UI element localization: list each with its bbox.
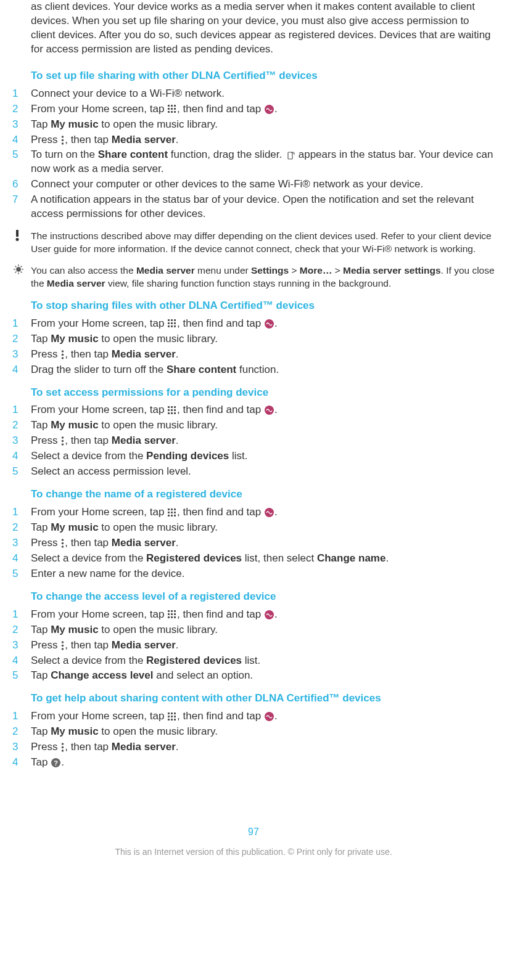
tip-note: You can also access the Media server men… (12, 264, 495, 290)
walkman-icon (265, 508, 274, 517)
step-item: 4Tap ?. (12, 756, 495, 770)
svg-rect-6 (168, 111, 170, 113)
svg-rect-30 (174, 322, 176, 324)
svg-line-21 (15, 266, 17, 267)
svg-rect-41 (168, 409, 170, 411)
menu-icon (61, 641, 64, 650)
svg-rect-13 (288, 152, 292, 159)
svg-line-22 (21, 271, 22, 272)
svg-rect-45 (171, 412, 173, 414)
step-text: Connect your computer or other devices t… (31, 178, 495, 192)
step-text: Press , then tap Media server. (31, 348, 495, 362)
step-text: From your Home screen, tap , then find a… (31, 709, 495, 724)
apps-icon (168, 610, 176, 619)
svg-rect-56 (174, 512, 176, 513)
svg-rect-52 (171, 508, 173, 510)
svg-point-62 (62, 542, 64, 545)
apps-icon (168, 105, 176, 113)
step-number: 2 (12, 623, 31, 637)
section-heading: To change the access level of a register… (31, 590, 495, 604)
step-number: 3 (12, 434, 31, 448)
step-item: 2From your Home screen, tap , then find … (12, 102, 495, 116)
svg-rect-3 (168, 108, 170, 110)
svg-point-61 (62, 539, 64, 541)
svg-point-12 (62, 142, 64, 145)
svg-point-16 (17, 267, 20, 271)
step-text: Enter a new name for the device. (31, 567, 495, 581)
step-number: 4 (12, 133, 31, 147)
step-item: 7A notification appears in the status ba… (12, 193, 495, 221)
note-text: You can also access the Media server men… (31, 264, 495, 290)
step-text: Select a device from the Registered devi… (31, 654, 495, 668)
svg-rect-58 (171, 515, 173, 517)
walkman-icon (265, 105, 274, 114)
step-text: Press , then tap Media server. (31, 740, 495, 754)
svg-rect-77 (168, 713, 170, 714)
svg-rect-7 (171, 111, 173, 113)
step-item: 5Select an access permission level. (12, 465, 495, 479)
svg-point-75 (62, 644, 64, 647)
step-number: 4 (12, 654, 31, 668)
step-number: 3 (12, 740, 31, 754)
step-item: 3Tap My music to open the music library. (12, 118, 495, 132)
step-text: Press , then tap Media server. (31, 536, 495, 550)
step-number: 3 (12, 639, 31, 653)
svg-point-36 (62, 353, 64, 356)
step-item: 4Select a device from the Registered dev… (12, 552, 495, 566)
menu-icon (61, 136, 64, 145)
step-text: Drag the slider to turn off the Share co… (31, 363, 495, 377)
step-item: 2Tap My music to open the music library. (12, 725, 495, 739)
step-item: 1From your Home screen, tap , then find … (12, 403, 495, 417)
step-item: 1From your Home screen, tap , then find … (12, 608, 495, 622)
svg-rect-78 (171, 713, 173, 714)
apps-icon (168, 508, 176, 517)
apps-icon (168, 406, 176, 415)
section-heading: To stop sharing files with other DLNA Ce… (31, 299, 495, 313)
svg-point-76 (62, 648, 64, 650)
step-number: 5 (12, 148, 31, 162)
walkman-icon (265, 610, 274, 619)
svg-rect-0 (168, 105, 170, 107)
svg-point-63 (62, 545, 64, 548)
svg-rect-64 (168, 610, 170, 612)
step-text: A notification appears in the status bar… (31, 193, 495, 221)
section-heading: To set up file sharing with other DLNA C… (31, 69, 495, 83)
svg-rect-79 (174, 713, 176, 714)
step-item: 5Enter a new name for the device. (12, 567, 495, 581)
step-text: From your Home screen, tap , then find a… (31, 102, 495, 116)
step-number: 4 (12, 756, 31, 770)
svg-point-74 (62, 641, 64, 643)
step-number: 7 (12, 193, 31, 207)
steps-list: 1From your Home screen, tap , then find … (12, 709, 495, 770)
svg-point-49 (62, 440, 64, 443)
steps-list: 1From your Home screen, tap , then find … (12, 317, 495, 377)
svg-point-50 (62, 444, 64, 446)
svg-rect-66 (174, 610, 176, 612)
section-heading: To change the name of a registered devic… (31, 488, 495, 502)
step-text: Select a device from the Registered devi… (31, 552, 495, 566)
step-item: 2Tap My music to open the music library. (12, 332, 495, 346)
step-item: 6Connect your computer or other devices … (12, 178, 495, 192)
svg-rect-55 (171, 512, 173, 513)
tip-icon (14, 264, 23, 274)
svg-rect-65 (171, 610, 173, 612)
svg-rect-26 (171, 319, 173, 321)
svg-line-24 (21, 266, 22, 267)
step-number: 1 (12, 709, 31, 724)
step-item: 5Tap Change access level and select an o… (12, 669, 495, 683)
step-number: 2 (12, 419, 31, 433)
step-number: 1 (12, 403, 31, 417)
step-number: 4 (12, 449, 31, 463)
svg-rect-14 (16, 230, 19, 237)
svg-rect-28 (168, 322, 170, 324)
svg-rect-1 (171, 105, 173, 107)
step-item: 1Connect your device to a Wi-Fi® network… (12, 87, 495, 101)
svg-point-87 (62, 743, 64, 745)
step-text: Tap My music to open the music library. (31, 521, 495, 535)
menu-icon (61, 539, 64, 548)
svg-rect-31 (168, 325, 170, 327)
step-number: 3 (12, 118, 31, 132)
step-number: 3 (12, 536, 31, 550)
step-number: 1 (12, 505, 31, 520)
svg-rect-67 (168, 613, 170, 615)
